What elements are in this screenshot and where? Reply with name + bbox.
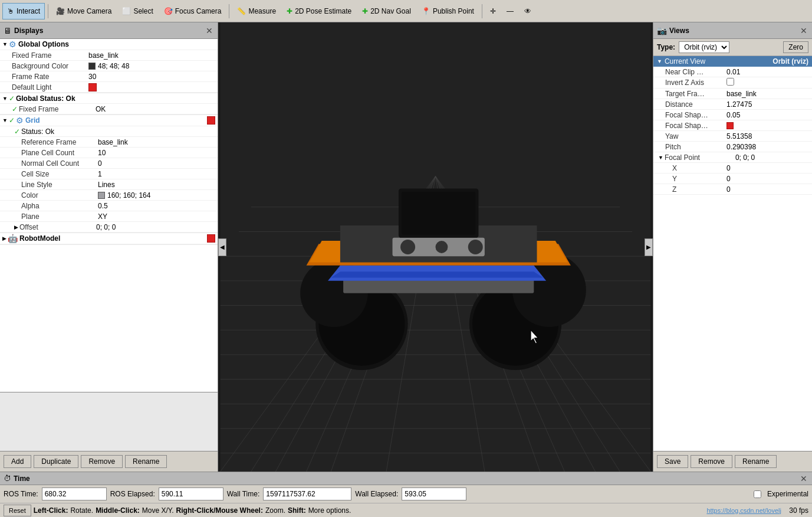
views-content: ▼ Current View Orbit (rviz) Near Clip … … [653, 56, 812, 451]
grid-label: Grid [25, 116, 40, 125]
line-style-label: Line Style [21, 181, 98, 189]
cell-size-value: 1 [98, 170, 215, 178]
measure-label: Measure [248, 7, 276, 15]
select-icon: ⬜ [122, 7, 131, 15]
robot-model-header-row: ▶ 🤖 RobotModel [0, 233, 218, 244]
views-remove-button[interactable]: Remove [691, 455, 732, 468]
duplicate-button[interactable]: Duplicate [34, 455, 78, 468]
middle-click-action: Move X/Y. [142, 506, 174, 515]
fp-z-label: Z [656, 185, 726, 194]
fixed-frame-label: Fixed Frame [12, 51, 88, 60]
distance-row: Distance 1.27475 [653, 99, 812, 110]
invert-z-label: Invert Z Axis [656, 78, 726, 87]
reset-button[interactable]: Reset [4, 505, 31, 516]
views-close-button[interactable]: ✕ [799, 26, 808, 35]
toolbar-separator-3 [482, 4, 482, 18]
views-rename-button[interactable]: Rename [735, 455, 777, 468]
2d-pose-label: 2D Pose Estimate [295, 7, 351, 15]
extra-3-button[interactable]: 👁 [520, 3, 536, 19]
fp-z-row: Z 0 [653, 184, 812, 195]
focal-shap2-checkbox[interactable] [726, 122, 734, 129]
focal-point-value: 0; 0; 0 [735, 153, 810, 162]
views-type-select[interactable]: Orbit (rviz) [679, 41, 729, 53]
2d-pose-button[interactable]: ✚ 2D Pose Estimate [282, 3, 356, 19]
extra-1-button[interactable]: ✛ [485, 3, 501, 19]
current-view-type: Orbit (rviz) [772, 57, 808, 66]
displays-panel: 🖥 Displays ✕ ▼ ⚙ Global Options Fixed Fr… [0, 22, 218, 472]
focal-shap2-row: Focal Shap… [653, 120, 812, 131]
fps-indicator: https://blog.csdn.net/lovelj 30 fps [706, 506, 808, 515]
plane-label: Plane [21, 212, 98, 221]
robot-model-checkbox[interactable] [207, 234, 215, 243]
views-type-row: Type: Orbit (rviz) Zero [653, 39, 812, 56]
publish-point-button[interactable]: 📍 Publish Point [417, 3, 479, 19]
rename-button[interactable]: Rename [125, 455, 167, 468]
focus-camera-button[interactable]: 🎯 Focus Camera [159, 3, 226, 19]
grid-checkbox[interactable] [207, 116, 215, 125]
status-link[interactable]: https://blog.csdn.net/lovelj [706, 507, 781, 514]
experimental-label: Experimental [767, 490, 808, 498]
background-color-swatch[interactable] [88, 63, 96, 70]
wall-time-label: Wall Time: [227, 490, 260, 498]
cell-size-label: Cell Size [21, 170, 98, 178]
ros-time-input[interactable] [42, 487, 107, 500]
displays-content: ▼ ⚙ Global Options Fixed Frame base_link… [0, 39, 218, 392]
distance-value: 1.27475 [726, 100, 810, 109]
grid-color-row: Color 160; 160; 164 [0, 190, 218, 201]
displays-header: 🖥 Displays ✕ [0, 22, 218, 39]
robot-model-section: ▶ 🤖 RobotModel [0, 233, 218, 245]
wall-time-input[interactable] [263, 487, 351, 500]
time-bar: ⏱ Time ✕ ROS Time: ROS Elapsed: Wall Tim… [0, 472, 812, 517]
grid-color-swatch[interactable] [98, 192, 105, 199]
normal-cell-count-value: 0 [98, 159, 215, 168]
wall-elapsed-label: Wall Elapsed: [355, 490, 398, 498]
fp-x-value: 0 [726, 164, 810, 172]
displays-close-button[interactable]: ✕ [205, 26, 214, 35]
default-light-checkbox[interactable] [88, 83, 97, 91]
alpha-row: Alpha 0.5 [0, 201, 218, 211]
grid-status-label: Status: Ok [21, 127, 54, 136]
wall-elapsed-input[interactable] [402, 487, 466, 500]
remove-button[interactable]: Remove [81, 455, 123, 468]
select-button[interactable]: ⬜ Select [117, 3, 157, 19]
experimental-checkbox[interactable] [754, 490, 761, 498]
measure-button[interactable]: 📏 Measure [232, 3, 281, 19]
grid-status-row: ✓ Status: Ok [0, 126, 218, 137]
fp-y-label: Y [656, 175, 726, 183]
plane-cell-count-label: Plane Cell Count [21, 149, 98, 157]
right-click-action: Zoom. [265, 506, 285, 515]
offset-row: ▶ Offset 0; 0; 0 [0, 222, 218, 233]
pitch-row: Pitch 0.290398 [653, 142, 812, 152]
interact-label: Interact [17, 7, 40, 15]
extra-2-button[interactable]: — [502, 3, 518, 19]
invert-z-row: Invert Z Axis [653, 77, 812, 89]
views-zero-button[interactable]: Zero [783, 41, 808, 53]
3d-viewport[interactable]: ◀ [218, 22, 653, 472]
right-click-label: Right-Click/Mouse Wheel: [176, 506, 263, 515]
focal-shap1-value: 0.05 [726, 111, 810, 119]
collapse-right-button[interactable]: ▶ [645, 238, 653, 256]
ros-elapsed-input[interactable] [159, 487, 223, 500]
2d-nav-button[interactable]: ✚ 2D Nav Goal [357, 3, 416, 19]
add-button[interactable]: Add [4, 455, 31, 468]
collapse-left-button[interactable]: ◀ [218, 238, 226, 256]
extra-2-icon: — [507, 7, 514, 15]
extra-1-icon: ✛ [490, 7, 496, 15]
cell-size-row: Cell Size 1 [0, 169, 218, 179]
normal-cell-count-row: Normal Cell Count 0 [0, 158, 218, 169]
offset-value: 0; 0; 0 [96, 223, 215, 231]
2d-nav-label: 2D Nav Goal [370, 7, 411, 15]
views-panel: 📷 Views ✕ Type: Orbit (rviz) Zero ▼ Curr… [653, 22, 812, 472]
displays-title: Displays [14, 27, 205, 35]
focal-shap2-label: Focal Shap… [656, 122, 726, 130]
interact-button[interactable]: 🖱 Interact [2, 3, 45, 19]
focal-point-label: Focal Point [665, 153, 735, 162]
svg-point-37 [400, 240, 415, 254]
plane-row: Plane XY [0, 211, 218, 222]
views-save-button[interactable]: Save [657, 455, 688, 468]
time-close-button[interactable]: ✕ [799, 474, 808, 483]
invert-z-checkbox[interactable] [726, 78, 734, 86]
time-title: Time [14, 475, 799, 483]
move-camera-button[interactable]: 🎥 Move Camera [51, 3, 116, 19]
global-status-ff-value: OK [96, 105, 215, 113]
